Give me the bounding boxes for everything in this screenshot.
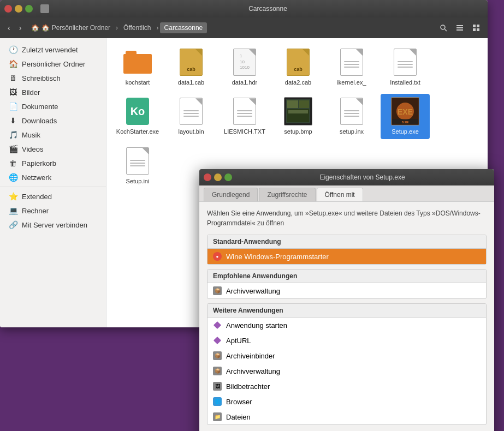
apturl-item[interactable]: AptURL	[207, 333, 486, 348]
anwendung-starten-label: Anwendung starten	[226, 321, 287, 330]
tab-zugriffsrechte[interactable]: Zugriffsrechte	[259, 188, 315, 201]
file-name-kochstart: kochstart	[126, 79, 150, 86]
recommended-apps-header: Empfohlene Anwendungen	[207, 270, 486, 283]
image-viewer-icon: 🖼	[213, 382, 222, 391]
file-item-kochstart[interactable]: kochstart	[113, 45, 162, 89]
file-item-setupinx[interactable]: setup.inx	[327, 94, 376, 139]
file-item-installed[interactable]: Installed.txt	[381, 45, 430, 89]
diamond-icon-1	[213, 321, 222, 330]
file-item-setupexe[interactable]: EXE 8.2B Setup.exe	[381, 94, 430, 139]
breadcrumb-sep1: ›	[116, 24, 118, 32]
file-item-data2cab[interactable]: cab data2.cab	[274, 45, 323, 89]
txt-icon-liesmich	[230, 97, 259, 125]
title-bar: Carcassonne	[0, 0, 488, 17]
close-button[interactable]	[4, 5, 12, 13]
file-item-setupbmp[interactable]: setup.bmp	[274, 94, 323, 139]
breadcrumb-home[interactable]: 🏠 🏠 Persönlicher Ordner	[27, 22, 115, 33]
sidebar-item-home[interactable]: 🏠 Persönlicher Ordner	[0, 57, 106, 71]
svg-rect-8	[477, 28, 479, 31]
svg-point-0	[441, 25, 445, 29]
sidebar-item-pictures[interactable]: 🖼 Bilder	[0, 85, 106, 99]
list-view-button[interactable]	[453, 22, 467, 34]
minimize-button[interactable]	[15, 5, 22, 13]
generic-icon-ikernel	[337, 48, 366, 76]
archive-recommended-icon: 📦	[213, 286, 222, 295]
browser-icon: 🌐	[213, 397, 222, 406]
file-name-ikernel: ikernel.ex_	[337, 79, 366, 86]
toolbar-right	[436, 22, 483, 34]
svg-rect-5	[473, 25, 476, 27]
search-button[interactable]	[436, 22, 450, 34]
folder-icon-kochstart	[123, 48, 152, 76]
dialog-close-button[interactable]	[204, 173, 211, 181]
anwendung-starten-item[interactable]: Anwendung starten	[207, 318, 486, 333]
archivverwaltung-recommended-item[interactable]: 📦 Archivverwaltung	[207, 283, 486, 298]
dateien-item[interactable]: 📁 Dateien	[207, 409, 486, 424]
computer-icon: 💻	[9, 206, 17, 215]
documents-icon: 📄	[9, 102, 17, 111]
sidebar-item-trash[interactable]: 🗑 Papierkorb	[0, 156, 106, 170]
sidebar-item-videos[interactable]: 🎬 Videos	[0, 142, 106, 156]
file-item-data1hdr[interactable]: 1101010 data1.hdr	[220, 45, 269, 89]
tab-grundlegend[interactable]: Grundlegend	[204, 188, 258, 201]
file-name-installed: Installed.txt	[390, 79, 420, 86]
file-item-layout[interactable]: layout.bin	[167, 94, 216, 139]
apturl-label: AptURL	[226, 337, 251, 345]
forward-button[interactable]: ›	[16, 21, 25, 34]
svg-text:8.2B: 8.2B	[402, 121, 409, 124]
archiveinbinder-item[interactable]: 📦 Archiveinbinder	[207, 348, 486, 363]
svg-rect-3	[456, 27, 463, 28]
window-title: Carcassonne	[52, 5, 483, 13]
dialog-tabs: Grundlegend Zugriffsrechte Öffnen mit	[199, 185, 494, 202]
sidebar-item-extended[interactable]: ⭐ Extended	[0, 189, 106, 203]
dialog-minimize-button[interactable]	[214, 173, 222, 181]
file-name-setupbmp: setup.bmp	[284, 128, 312, 135]
sidebar-item-connect-server[interactable]: 🔗 Mit Server verbinden	[0, 218, 106, 232]
sidebar-item-recent[interactable]: 🕐 Zuletzt verwendet	[0, 43, 106, 57]
breadcrumb-offentlich[interactable]: Öffentlich	[119, 22, 155, 33]
back-button[interactable]: ‹	[4, 21, 14, 34]
sidebar-item-documents[interactable]: 📄 Dokumente	[0, 99, 106, 113]
wine-app-item[interactable]: ● Wine Windows-Programmstarter	[207, 249, 486, 264]
file-item-setupini[interactable]: Setup.ini	[113, 143, 162, 188]
archiveinbinder-label: Archiveinbinder	[226, 352, 275, 360]
file-item-kochstarter[interactable]: Ko KochStarter.exe	[113, 94, 162, 139]
browser-item[interactable]: 🌐 Browser	[207, 394, 486, 409]
svg-rect-4	[456, 29, 463, 31]
extended-icon: ⭐	[9, 192, 17, 201]
svg-rect-6	[477, 25, 479, 27]
archivverwaltung-further-label: Archivverwaltung	[226, 367, 280, 375]
wine-icon: ●	[213, 252, 222, 261]
standard-app-header: Standard-Anwendung	[207, 235, 486, 249]
file-item-ikernel[interactable]: ikernel.ex_	[327, 45, 376, 89]
server-icon: 🔗	[9, 220, 17, 229]
sidebar-item-downloads[interactable]: ⬇ Downloads	[0, 113, 106, 128]
archive-icon-einbinder: 📦	[213, 351, 222, 360]
home-folder-icon: 🏠	[9, 59, 17, 68]
file-name-setupexe: Setup.exe	[392, 128, 419, 135]
maximize-button[interactable]	[25, 5, 33, 13]
file-item-liesmich[interactable]: LIESMICH.TXT	[220, 94, 269, 139]
file-item-data1cab[interactable]: cab data1.cab	[167, 45, 216, 89]
breadcrumb: 🏠 🏠 Persönlicher Ordner › Öffentlich › C…	[27, 22, 434, 33]
ini-icon-setup	[123, 147, 152, 175]
tab-offnen-mit[interactable]: Öffnen mit	[317, 188, 363, 201]
svg-text:EXE: EXE	[398, 107, 413, 116]
wine-label: Wine Windows-Programmstarter	[226, 253, 329, 261]
standard-app-section: Standard-Anwendung ● Wine Windows-Progra…	[207, 235, 487, 265]
properties-dialog: Eigenschaften von Setup.exe Grundlegend …	[199, 169, 494, 431]
sidebar-item-desktop[interactable]: 🖥 Schreibtisch	[0, 71, 106, 85]
trash-icon: 🗑	[9, 159, 17, 167]
ko-icon-kochstarter: Ko	[123, 97, 152, 125]
dialog-maximize-button[interactable]	[224, 173, 232, 181]
grid-view-button[interactable]	[469, 22, 483, 34]
breadcrumb-carcassonne[interactable]: Carcassonne	[160, 22, 207, 33]
sidebar-item-computer[interactable]: 💻 Rechner	[0, 203, 106, 218]
dialog-body: Wählen Sie eine Anwendung, um »Setup.exe…	[199, 202, 494, 431]
sidebar-item-music[interactable]: 🎵 Musik	[0, 128, 106, 142]
archivverwaltung-further-item[interactable]: 📦 Archivverwaltung	[207, 363, 486, 379]
bildbetrachter-item[interactable]: 🖼 Bildbetrachter	[207, 379, 486, 394]
sidebar-item-network[interactable]: 🌐 Netzwerk	[0, 170, 106, 184]
recent-icon: 🕐	[9, 45, 17, 54]
svg-rect-14	[288, 110, 308, 113]
